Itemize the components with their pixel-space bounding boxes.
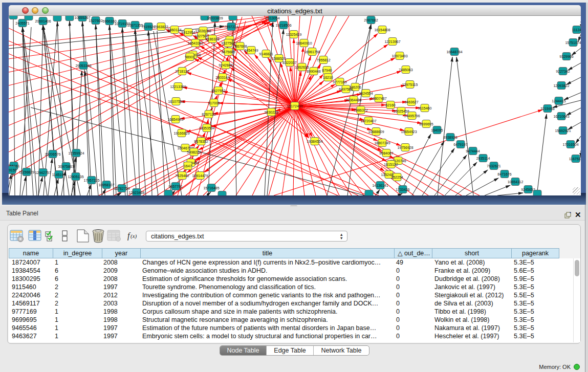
svg-text:7625402: 7625402: [175, 174, 189, 178]
svg-text:8322037: 8322037: [282, 61, 296, 64]
svg-text:7857224: 7857224: [224, 25, 238, 29]
svg-text:164095: 164095: [431, 128, 443, 132]
svg-text:19218506: 19218506: [275, 24, 291, 27]
svg-text:14495796: 14495796: [404, 114, 420, 118]
svg-text:1647: 1647: [184, 164, 192, 168]
svg-text:15716485: 15716485: [203, 186, 219, 190]
svg-text:12942757: 12942757: [35, 171, 51, 174]
svg-text:2087682: 2087682: [364, 18, 378, 22]
svg-text:16961758: 16961758: [304, 50, 320, 54]
svg-text:(x): (x): [130, 233, 137, 239]
svg-text:15720407: 15720407: [360, 119, 376, 123]
svg-text:10654112: 10654112: [508, 180, 524, 184]
svg-text:16640910: 16640910: [296, 41, 312, 45]
svg-text:39159: 39159: [9, 168, 17, 172]
svg-text:9245652: 9245652: [521, 188, 535, 191]
svg-text:8454749: 8454749: [244, 49, 258, 52]
svg-text:13353594: 13353594: [199, 126, 214, 130]
svg-text:2803144: 2803144: [215, 76, 229, 79]
svg-text:10973493: 10973493: [391, 54, 407, 58]
svg-text:1733426: 1733426: [396, 188, 409, 191]
svg-text:8427552: 8427552: [211, 89, 225, 93]
svg-text:10688609: 10688609: [368, 130, 384, 134]
svg-text:7632621: 7632621: [487, 164, 500, 168]
svg-text:15751074: 15751074: [565, 41, 581, 45]
svg-text:18807249: 18807249: [374, 141, 390, 145]
svg-text:9084067: 9084067: [379, 151, 393, 155]
svg-text:9463627: 9463627: [404, 100, 418, 104]
svg-text:13172400: 13172400: [287, 104, 302, 108]
svg-text:7485063: 7485063: [399, 68, 412, 72]
svg-text:67940: 67940: [322, 69, 332, 72]
svg-text:2718126: 2718126: [175, 70, 189, 73]
svg-text:12905135: 12905135: [68, 175, 83, 179]
svg-text:12923468: 12923468: [128, 191, 144, 194]
svg-text:1588520: 1588520: [272, 57, 286, 60]
svg-text:16210643: 16210643: [553, 115, 569, 118]
svg-text:19166829: 19166829: [173, 132, 189, 135]
svg-text:16648784: 16648784: [446, 50, 462, 54]
svg-text:10655267: 10655267: [74, 16, 90, 19]
svg-text:3675685: 3675685: [221, 50, 235, 54]
svg-text:20691406: 20691406: [35, 19, 51, 23]
svg-text:17359924: 17359924: [68, 151, 84, 155]
svg-text:8912954: 8912954: [181, 31, 195, 34]
svg-text:15692921: 15692921: [555, 129, 571, 133]
svg-text:9474444: 9474444: [466, 149, 480, 153]
svg-text:3215958: 3215958: [540, 107, 554, 111]
svg-text:16154808: 16154808: [374, 28, 390, 32]
svg-text:8990448: 8990448: [307, 70, 320, 73]
svg-text:9329966: 9329966: [559, 55, 573, 58]
svg-text:17957225: 17957225: [83, 179, 99, 182]
svg-text:9146821: 9146821: [259, 52, 273, 56]
svg-text:8186328: 8186328: [205, 37, 219, 41]
svg-text:20364436: 20364436: [345, 98, 361, 102]
svg-text:8678352: 8678352: [194, 140, 208, 143]
svg-text:7663822: 7663822: [154, 25, 168, 29]
svg-text:2405571: 2405571: [15, 21, 29, 25]
svg-text:1527602: 1527602: [89, 19, 102, 23]
svg-text:9115460: 9115460: [418, 106, 432, 110]
svg-text:16033809: 16033809: [207, 16, 223, 20]
svg-text:16210: 16210: [323, 76, 333, 79]
svg-text:10958107: 10958107: [98, 183, 114, 187]
svg-text:11124: 11124: [572, 28, 581, 32]
svg-text:2830225: 2830225: [264, 111, 278, 114]
svg-text:6497568: 6497568: [339, 87, 353, 91]
svg-text:1145194: 1145194: [52, 173, 66, 177]
svg-text:8699695: 8699695: [419, 122, 433, 126]
svg-text:11156829: 11156829: [19, 170, 34, 174]
svg-text:12975115: 12975115: [402, 83, 418, 86]
svg-text:1362635: 1362635: [295, 65, 309, 69]
svg-text:62160: 62160: [385, 103, 396, 107]
svg-text:8471676: 8471676: [497, 172, 511, 176]
svg-text:20206576: 20206576: [45, 152, 60, 156]
svg-text:917006: 917006: [208, 101, 220, 105]
svg-text:9242848: 9242848: [219, 63, 232, 67]
svg-text:9777169: 9777169: [333, 80, 346, 84]
svg-text:19384554: 19384554: [307, 140, 322, 143]
svg-text:29053346: 29053346: [75, 64, 91, 68]
svg-text:8860124: 8860124: [167, 28, 181, 32]
svg-text:8938928: 8938928: [443, 136, 457, 139]
svg-text:10671355: 10671355: [127, 24, 143, 27]
svg-text:12213967: 12213967: [384, 40, 400, 43]
svg-text:2867608: 2867608: [233, 45, 247, 48]
svg-text:9227342: 9227342: [556, 70, 570, 73]
svg-text:16107553: 16107553: [168, 100, 184, 103]
svg-text:252254: 252254: [391, 176, 403, 179]
svg-text:16854949: 16854949: [167, 118, 183, 121]
svg-text:7955812: 7955812: [316, 58, 330, 62]
svg-text:14136141: 14136141: [372, 184, 388, 187]
svg-text:7986372: 7986372: [354, 108, 367, 112]
svg-text:12093822: 12093822: [553, 84, 569, 87]
svg-text:1167533: 1167533: [569, 157, 581, 161]
svg-text:7515526: 7515526: [141, 25, 155, 29]
svg-text:17016504: 17016504: [562, 143, 578, 146]
svg-text:30975867: 30975867: [58, 165, 74, 168]
svg-text:1615132: 1615132: [384, 163, 398, 166]
svg-text:16543382: 16543382: [187, 41, 203, 45]
svg-text:3624554: 3624554: [359, 92, 373, 95]
svg-text:1244415: 1244415: [552, 99, 565, 103]
svg-text:10025458: 10025458: [393, 110, 409, 113]
